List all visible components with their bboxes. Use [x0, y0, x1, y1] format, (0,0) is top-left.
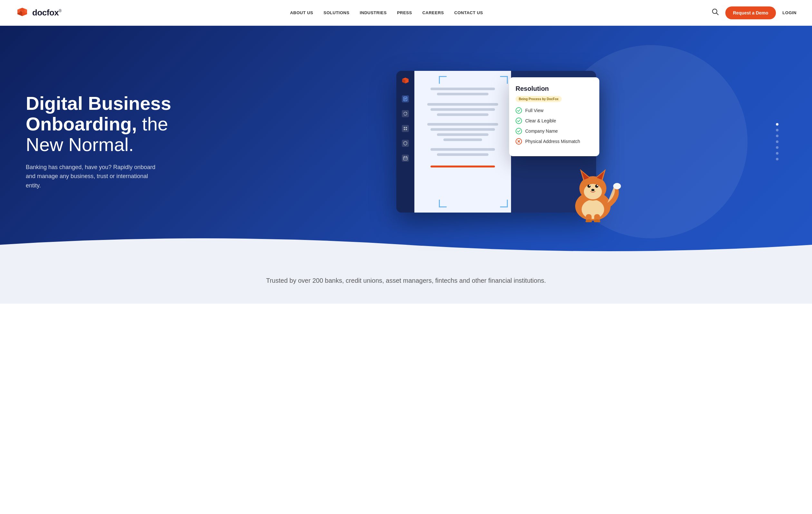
svg-rect-8: [404, 129, 405, 130]
check-icon-full-view: [516, 107, 522, 114]
nav-careers[interactable]: CAREERS: [423, 10, 444, 15]
sidebar-icon-grid[interactable]: [402, 125, 409, 132]
resolution-status-badge: Being Process by DocFox: [516, 96, 562, 102]
page-dot-5[interactable]: [776, 146, 779, 149]
doc-line-1: [431, 88, 495, 90]
app-sidebar: [396, 71, 414, 213]
resolution-item-full-view: Full View: [516, 107, 593, 114]
doc-line-3: [427, 103, 498, 105]
svg-line-1: [716, 13, 718, 15]
sidebar-icon-shield[interactable]: [402, 140, 409, 147]
hero-wave: [0, 232, 812, 258]
check-icon-company-name: [516, 128, 522, 134]
resolution-label-full-view: Full View: [525, 108, 544, 113]
request-demo-button[interactable]: Request a Demo: [725, 6, 776, 19]
page-dot-1[interactable]: [776, 123, 779, 126]
page-dot-7[interactable]: [776, 158, 779, 160]
hero-title: Digital Business Onboarding, the New Nor…: [26, 93, 206, 155]
doc-line-9: [443, 139, 482, 141]
fox-illustration: [564, 158, 622, 222]
svg-point-26: [589, 185, 590, 186]
resolution-item-address-mismatch: Physical Address Mismatch: [516, 138, 593, 145]
app-window: Resolution Being Process by DocFox Full …: [396, 71, 596, 213]
sidebar-icon-refresh[interactable]: [402, 110, 409, 117]
doc-line-5: [437, 113, 489, 116]
nav-right: Request a Demo LOGIN: [712, 6, 796, 19]
doc-corner-bl: [439, 200, 446, 207]
svg-point-25: [595, 185, 598, 188]
doc-corner-tl: [439, 76, 446, 84]
resolution-item-company-name: Company Name: [516, 128, 593, 134]
resolution-label-company-name: Company Name: [525, 128, 558, 134]
sidebar-icon-calendar[interactable]: [402, 155, 409, 162]
svg-point-28: [591, 189, 594, 191]
resolution-item-clear-legible: Clear & Legible: [516, 118, 593, 124]
trust-section: Trusted by over 200 banks, credit unions…: [0, 258, 812, 304]
nav-press[interactable]: PRESS: [397, 10, 412, 15]
login-button[interactable]: LOGIN: [782, 10, 796, 15]
doc-line-11: [437, 153, 489, 156]
nav-about-us[interactable]: ABOUT US: [290, 10, 313, 15]
trust-text: Trusted by over 200 banks, credit unions…: [13, 277, 799, 284]
hero-left: Digital Business Onboarding, the New Nor…: [26, 93, 206, 190]
svg-point-24: [587, 185, 591, 188]
doc-panel: [414, 71, 511, 213]
doc-line-4: [431, 108, 495, 111]
search-icon[interactable]: [712, 8, 719, 17]
page-dot-2[interactable]: [776, 129, 779, 131]
svg-point-33: [613, 183, 621, 189]
hero-subtitle: Banking has changed, have you? Rapidly o…: [26, 163, 161, 190]
sidebar-icon-document[interactable]: [402, 95, 409, 102]
resolution-card: Resolution Being Process by DocFox Full …: [509, 77, 599, 156]
hero-section: Digital Business Onboarding, the New Nor…: [0, 26, 812, 258]
svg-rect-10: [403, 157, 407, 160]
doc-line-2: [437, 93, 489, 95]
check-icon-clear-legible: [516, 118, 522, 124]
error-icon-address-mismatch: [516, 138, 522, 145]
svg-rect-7: [406, 127, 407, 128]
resolution-label-address-mismatch: Physical Address Mismatch: [525, 139, 580, 144]
svg-point-27: [597, 185, 598, 186]
nav-industries[interactable]: INDUSTRIES: [359, 10, 387, 15]
doc-line-6: [427, 123, 498, 126]
hero-right: Resolution Being Process by DocFox Full …: [206, 58, 786, 225]
svg-point-17: [582, 200, 604, 219]
doc-red-bar: [431, 165, 495, 168]
page-dots: [776, 123, 779, 160]
doc-line-10: [431, 148, 495, 151]
doc-corner-br: [500, 200, 508, 207]
page-dot-4[interactable]: [776, 141, 779, 143]
sidebar-logo-icon: [401, 77, 410, 85]
svg-point-23: [584, 184, 602, 199]
resolution-title: Resolution: [516, 85, 593, 92]
logo-wordmark: docfox®: [32, 8, 62, 18]
doc-corner-tr: [500, 76, 508, 84]
page-dot-3[interactable]: [776, 134, 779, 137]
svg-rect-9: [406, 129, 407, 130]
header: docfox® ABOUT US SOLUTIONS INDUSTRIES PR…: [0, 0, 812, 26]
nav-contact-us[interactable]: CONTACT US: [454, 10, 483, 15]
page-dot-6[interactable]: [776, 152, 779, 155]
main-nav: ABOUT US SOLUTIONS INDUSTRIES PRESS CARE…: [290, 10, 483, 15]
nav-solutions[interactable]: SOLUTIONS: [323, 10, 349, 15]
svg-rect-6: [404, 127, 405, 128]
resolution-label-clear-legible: Clear & Legible: [525, 118, 556, 123]
doc-line-8: [437, 133, 489, 136]
doc-line-7: [431, 128, 495, 131]
docfox-logo-icon: [16, 7, 29, 19]
logo[interactable]: docfox®: [16, 7, 62, 19]
